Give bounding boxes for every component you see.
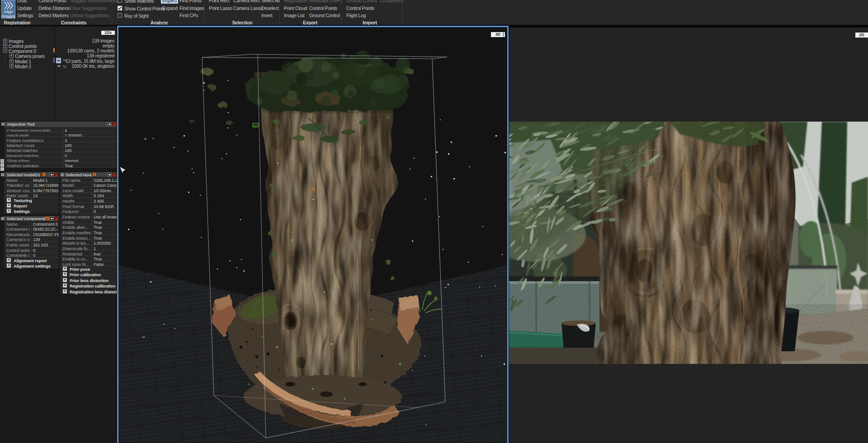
svg-text:EC: EC [254,124,258,127]
